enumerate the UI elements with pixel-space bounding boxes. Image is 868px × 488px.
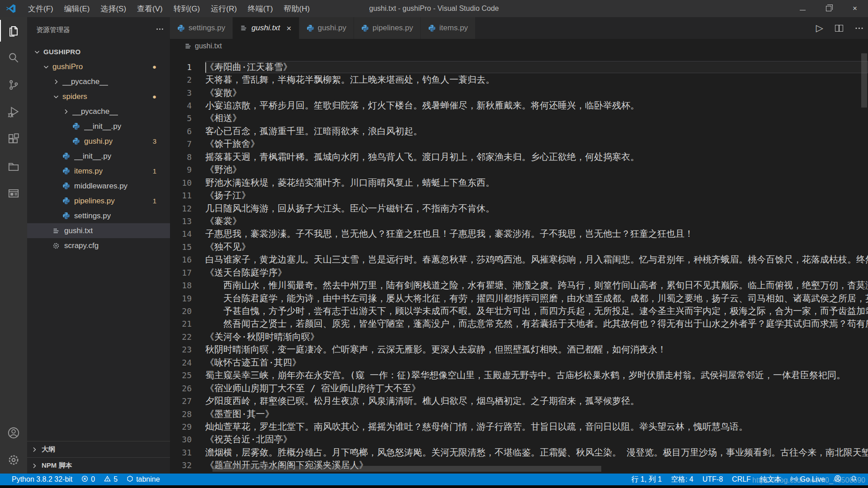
editor-line[interactable]: 13 《褰裳》 bbox=[170, 215, 868, 227]
tree-item[interactable]: pipelines.py 1 bbox=[27, 193, 170, 208]
account-icon[interactable] bbox=[0, 419, 27, 446]
status-item[interactable] bbox=[846, 474, 862, 485]
tree-item[interactable]: scrapy.cfg bbox=[27, 238, 170, 253]
editor-line[interactable]: 24 《咏怀古迹五首·其四》 bbox=[170, 356, 868, 369]
editor-line[interactable]: 19 天台陈君庭学，能为诗，由中书左司掾，屡从大将北征，有劳，擢四川都指挥司照磨… bbox=[170, 292, 868, 305]
error-icon bbox=[81, 475, 88, 484]
python-icon bbox=[62, 212, 71, 220]
status-item[interactable]: UTF-8 bbox=[698, 474, 727, 485]
menu-edit[interactable]: 编辑(E) bbox=[59, 0, 95, 17]
tree-item[interactable]: __init__.py bbox=[27, 149, 170, 164]
tree-item[interactable]: __init__.py bbox=[27, 119, 170, 134]
tree-item[interactable]: items.py 1 bbox=[27, 164, 170, 178]
editor-line[interactable]: 12 几日随风北海游，回从扬子大江头。臣心一片磁针石，不指南方不肯休。 bbox=[170, 202, 868, 215]
tree-item[interactable]: settings.py bbox=[27, 208, 170, 223]
line-text: 夕阳度西岭，群壑倏已暝。松月生夜凉，风泉满清听。樵人归欲尽，烟鸟栖初定。之子期宿… bbox=[205, 395, 639, 407]
editor-line[interactable]: 29 灿灿萱草花，罗生北堂下。南风吹其心，摇摇为谁吐？慈母倚门情，游子行路苦。甘… bbox=[170, 420, 868, 433]
explorer-icon[interactable] bbox=[0, 17, 27, 44]
status-item[interactable]: tabnine bbox=[122, 474, 165, 485]
editor-line[interactable]: 2 天将暮，雪乱舞，半梅花半飘柳絮。江上晚来堪画处，钓鱼人一蓑归去。 bbox=[170, 73, 868, 86]
editor-line[interactable]: 6 客心已百念，孤游重千里。江暗雨欲来，浪白风初起。 bbox=[170, 125, 868, 137]
editor-line[interactable]: 22 《关河令·秋阴时晴渐向暝》 bbox=[170, 330, 868, 343]
tab-close-icon[interactable]: × bbox=[287, 24, 292, 33]
status-item[interactable]: Python 3.8.2 32-bit bbox=[7, 474, 77, 485]
settings-gear-icon[interactable] bbox=[0, 446, 27, 474]
editor-pane[interactable]: 1 《寿阳曲·江天暮雪》 2 天将暮，雪乱舞，半梅花半飘柳絮。江上晚来堪画处，钓… bbox=[170, 53, 868, 474]
tree-item[interactable]: gushiPro ● bbox=[27, 59, 170, 74]
extensions-icon[interactable] bbox=[0, 126, 27, 153]
status-item[interactable]: 行 1, 列 1 bbox=[627, 474, 666, 485]
editor-tab[interactable]: pipelines.py bbox=[354, 17, 421, 39]
status-item[interactable]: 纯文本 bbox=[755, 474, 786, 485]
editor-line[interactable]: 11 《扬子江》 bbox=[170, 189, 868, 202]
status-item[interactable]: 空格: 4 bbox=[666, 474, 698, 485]
menu-go[interactable]: 转到(G) bbox=[168, 0, 206, 17]
more-actions-icon[interactable] bbox=[156, 25, 164, 34]
tree-item[interactable]: spiders ● bbox=[27, 89, 170, 104]
vertical-scrollbar[interactable] bbox=[861, 53, 867, 108]
editor-line[interactable]: 28 《墨萱图·其一》 bbox=[170, 408, 868, 420]
editor-line[interactable]: 17 《送天台陈庭学序》 bbox=[170, 266, 868, 279]
folder-icon[interactable] bbox=[0, 153, 27, 180]
restore-button[interactable] bbox=[816, 0, 842, 17]
preview-window-icon[interactable] bbox=[0, 180, 27, 207]
editor-line[interactable]: 5 《相送》 bbox=[170, 112, 868, 125]
editor-line[interactable]: 14 子惠思我，褰裳涉溱。子不我思，岂无他人？狂童之狂也且！子惠思我，褰裳涉洧。… bbox=[170, 228, 868, 240]
editor-line[interactable]: 31 澹烟横，层雾敛。胜概分雄占。月下鸣榔，风急怒涛飐。关河无限清愁，不堪临鉴。… bbox=[170, 446, 868, 459]
menu-help[interactable]: 帮助(H) bbox=[278, 0, 316, 17]
run-and-debug-icon[interactable] bbox=[0, 99, 27, 126]
tree-item[interactable]: __pycache__ bbox=[27, 104, 170, 119]
editor-line[interactable]: 10 野池水满连秋堤，菱花结实蒲叶齐。川口雨晴风复止，蜻蜓上下鱼东西。 bbox=[170, 176, 868, 189]
python-icon bbox=[72, 137, 80, 145]
search-icon[interactable] bbox=[0, 44, 27, 71]
status-item[interactable]: CRLF bbox=[727, 474, 755, 485]
tree-item[interactable]: gushi.py 3 bbox=[27, 134, 170, 149]
editor-tab[interactable]: gushi.txt × bbox=[233, 17, 299, 39]
status-item[interactable] bbox=[830, 474, 846, 485]
menu-selection[interactable]: 选择(S) bbox=[95, 0, 132, 17]
more-actions-icon[interactable] bbox=[855, 24, 863, 33]
warning-icon bbox=[104, 475, 111, 484]
editor-line[interactable]: 7 《馀干旅舍》 bbox=[170, 138, 868, 150]
tree-item[interactable]: gushi.txt bbox=[27, 223, 170, 238]
breadcrumb[interactable]: gushi.txt bbox=[170, 39, 868, 53]
editor-line[interactable]: 23 秋阴时晴渐向暝，变一庭凄冷。伫听寒声，云深无雁影。更深人去寂静，但照壁孤灯… bbox=[170, 343, 868, 356]
editor-line[interactable]: 3 《宴散》 bbox=[170, 86, 868, 99]
editor-line[interactable]: 27 夕阳度西岭，群壑倏已暝。松月生夜凉，风泉满清听。樵人归欲尽，烟鸟栖初定。之… bbox=[170, 394, 868, 407]
menu-view[interactable]: 查看(V) bbox=[132, 0, 168, 17]
editor-line[interactable]: 16 白马谁家子，黄龙边塞儿。天山三丈雪，岂是远行时。春蕙忽秋草，莎鸡鸣西池。风… bbox=[170, 253, 868, 266]
outline-section[interactable]: 大纲 bbox=[27, 441, 170, 457]
npm-scripts-section[interactable]: NPM 脚本 bbox=[27, 457, 170, 474]
editor-line[interactable]: 30 《祝英台近·北固亭》 bbox=[170, 433, 868, 446]
close-button[interactable]: × bbox=[842, 0, 868, 17]
editor-tab[interactable]: items.py bbox=[421, 17, 476, 39]
editor-tab[interactable]: gushi.py bbox=[299, 17, 354, 39]
minimize-button[interactable] bbox=[789, 0, 816, 17]
run-icon[interactable]: ▷ bbox=[816, 23, 823, 33]
status-item[interactable]: 0 bbox=[77, 474, 99, 485]
split-editor-icon[interactable] bbox=[835, 25, 843, 32]
editor-line[interactable]: 9 《野池》 bbox=[170, 164, 868, 176]
editor-tab[interactable]: settings.py bbox=[170, 17, 233, 39]
tree-item[interactable]: __pycache__ bbox=[27, 74, 170, 89]
menu-file[interactable]: 文件(F) bbox=[23, 0, 59, 17]
editor-line[interactable]: 18 西南山水，惟川蜀最奇。然去中州万里，陆有剑阁栈道之险，水有瞿塘、滟滪之虞。… bbox=[170, 279, 868, 291]
editor-line[interactable]: 20 予甚自愧，方予少时，尝有志于出游天下，顾以学未成而不暇。及年壮方可出，而四… bbox=[170, 305, 868, 317]
editor-line[interactable]: 8 摇落暮天迥，青枫霜叶稀。孤城向水闭，独鸟背人飞。渡口月初上，邻家渔未归。乡心… bbox=[170, 150, 868, 163]
line-number: 9 bbox=[170, 165, 192, 174]
line-text: 灿灿萱草花，罗生北堂下。南风吹其心，摇摇为谁吐？慈母倚门情，游子行路苦。甘旨日以… bbox=[205, 421, 748, 433]
editor-line[interactable]: 4 小宴追凉散，平桥步月回。笙歌归院落，灯火下楼台。残暑蝉催尽，新秋雁戴来。将何… bbox=[170, 99, 868, 112]
editor-line[interactable]: 21 然吾闻古之贤士，若颜回、原宪，皆坐守陋室，蓬蒿没户，而志意常充然，有若囊括… bbox=[170, 318, 868, 330]
editor-line[interactable]: 25 蜀主窥吴幸三峡，崩年亦在永安宫。(窥 一作：征)翠华想像空山里，玉殿虚无野… bbox=[170, 369, 868, 382]
editor-line[interactable]: 15 《独不见》 bbox=[170, 240, 868, 253]
status-item[interactable]: 5 bbox=[99, 474, 122, 485]
source-control-icon[interactable] bbox=[0, 71, 27, 99]
menu-run[interactable]: 运行(R) bbox=[205, 0, 242, 17]
tree-item[interactable]: middlewares.py bbox=[27, 178, 170, 193]
editor-line[interactable]: 1 《寿阳曲·江天暮雪》 bbox=[170, 61, 868, 73]
menu-terminal[interactable]: 终端(T) bbox=[242, 0, 278, 17]
tree-item[interactable]: GUSHIPRO bbox=[27, 44, 170, 59]
editor-line[interactable]: 26 《宿业师山房期丁大不至 / 宿业师山房待丁大不至》 bbox=[170, 382, 868, 394]
status-item[interactable]: Go Live bbox=[786, 474, 830, 485]
horizontal-scrollbar[interactable] bbox=[212, 466, 601, 472]
